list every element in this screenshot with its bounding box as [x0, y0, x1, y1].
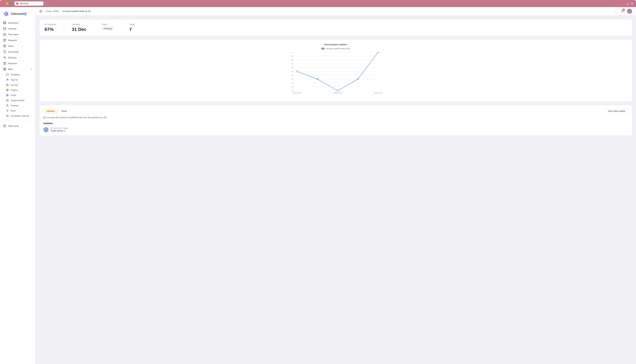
apps-icon: [39, 10, 42, 13]
sidebar-item-ideas[interactable]: Ideas: [0, 108, 35, 113]
svg-text:2.2: 2.2: [291, 67, 294, 68]
sidebar-item-projects[interactable]: Projects: [0, 88, 35, 92]
dashboard-icon: [3, 22, 6, 24]
status-label: Status: [102, 23, 114, 26]
address-bar[interactable]: TalentoHQ: [15, 2, 44, 6]
breadcrumb-sep-2: >: [60, 10, 61, 12]
svg-rect-48: [41, 10, 42, 11]
sidebar-item-admin[interactable]: Admin area: [0, 123, 35, 129]
due-date-label: Due date: [72, 23, 86, 26]
sidebar-item-calendar[interactable]: Calendar: [0, 26, 35, 32]
svg-rect-2: [5, 22, 6, 23]
update-meta: 02 Oct 09:15 · Sarah: [50, 127, 68, 130]
sidebar-item-time-report[interactable]: Time report: [0, 32, 35, 37]
tab-updates[interactable]: Updates: [43, 108, 58, 114]
sidebar-item-news[interactable]: News: [0, 43, 35, 49]
chart-container: 1.0 1.2 1.4 1.6 1.8 2.0 2.2 2.4 2.6 2.8 …: [43, 52, 628, 98]
logo-icon: [3, 11, 9, 17]
stat-due-date: Due date 31 Dec: [72, 23, 86, 32]
new-status-update-button[interactable]: New status update: [605, 108, 628, 114]
stat-divider-3: [121, 23, 122, 32]
tabs-row: Updates Tasks New status update: [43, 108, 628, 114]
completed-value: 67%: [45, 27, 56, 32]
user-avatar[interactable]: [627, 9, 632, 14]
sidebar-item-dashboard[interactable]: Dashboard: [0, 20, 35, 26]
svg-text:1.6: 1.6: [291, 78, 294, 80]
goals-icon: [6, 94, 9, 96]
trash-icon: 🗑: [631, 2, 633, 5]
svg-text:1.2: 1.2: [291, 86, 294, 88]
news-label: News: [8, 45, 13, 47]
requests-icon: [3, 39, 6, 42]
target-value: 7: [129, 27, 135, 32]
svg-text:1.4: 1.4: [291, 82, 294, 84]
svg-rect-5: [4, 28, 6, 30]
sidebar-item-expenses[interactable]: Expenses: [0, 60, 35, 66]
sidebar-item-support-tickets[interactable]: Support tickets: [0, 98, 35, 103]
training-icon: [6, 104, 9, 107]
chart-point-1: [296, 70, 298, 72]
calendar-icon: [3, 27, 6, 30]
chart-card: Goal progress updates Increase qualified…: [39, 39, 632, 102]
breadcrumb-goals-okrs[interactable]: Goals / OKRs: [46, 10, 59, 12]
favicon: [16, 2, 18, 5]
sidebar-item-training[interactable]: Training: [0, 103, 35, 108]
training-label: Training: [11, 104, 18, 107]
stat-target: Target 7: [129, 23, 135, 32]
sidebar-item-high5s[interactable]: High 5s: [0, 77, 35, 82]
legend-label: Increase qualified leads by 3%: [326, 48, 350, 50]
svg-rect-27: [4, 69, 5, 70]
more-label: More: [8, 68, 13, 70]
sidebar-item-directory[interactable]: Directory: [0, 55, 35, 60]
sidebar-item-requests[interactable]: Requests: [0, 37, 35, 43]
svg-rect-37: [7, 99, 8, 101]
goal-description: Q4. Increase the amount of qualified lea…: [43, 116, 628, 119]
chart-point-2: [317, 78, 318, 80]
window-actions: ☁ 🗑: [626, 2, 633, 5]
traffic-lights: [3, 2, 12, 5]
svg-rect-9: [4, 34, 6, 36]
minimize-button[interactable]: [6, 2, 8, 5]
svg-rect-28: [5, 69, 6, 70]
ideas-label: Ideas: [11, 110, 16, 112]
sidebar-item-documents[interactable]: Documents: [0, 49, 35, 55]
notification-button[interactable]: 7: [621, 9, 624, 13]
expenses-icon: [3, 62, 6, 65]
target-label: Target: [129, 23, 135, 26]
more-icon: [3, 68, 6, 70]
chart-legend: Increase qualified leads by 3%: [43, 48, 628, 50]
svg-rect-26: [5, 68, 6, 69]
sidebar-item-surveys[interactable]: Surveys: [0, 82, 35, 88]
chart-svg: 1.0 1.2 1.4 1.6 1.8 2.0 2.2 2.4 2.6 2.8 …: [43, 52, 628, 97]
admin-label: Admin area: [8, 125, 19, 127]
stat-completed: % Completed 67%: [45, 23, 56, 32]
svg-rect-49: [40, 12, 41, 12]
sidebar-logo: TalentoHQ: [0, 10, 35, 20]
svg-rect-30: [8, 84, 8, 86]
high5s-icon: [6, 78, 9, 81]
logo-talento: Talento: [11, 12, 22, 16]
expenses-label: Expenses: [8, 62, 17, 65]
chevron-down-icon: ▾: [31, 68, 32, 70]
projects-label: Projects: [11, 89, 18, 91]
complaints-label: Complaints channel: [11, 115, 29, 117]
sidebar-item-complaints[interactable]: Complaints channel: [0, 113, 35, 118]
status-badge: Planning: [102, 27, 114, 30]
directory-label: Directory: [8, 56, 17, 59]
stat-status: Status Planning: [102, 23, 114, 32]
sidebar-item-more[interactable]: More ▾: [0, 66, 35, 72]
svg-text:2.0: 2.0: [291, 70, 294, 72]
svg-rect-4: [5, 23, 6, 24]
tab-tasks[interactable]: Tasks: [58, 108, 70, 114]
news-icon: [3, 44, 6, 48]
more-options-icon: ⋯: [614, 10, 617, 12]
info-button[interactable]: ⋯: [613, 9, 618, 14]
clock-icon: [3, 33, 6, 36]
support-icon: [6, 99, 9, 102]
due-date-value: 31 Dec: [72, 27, 86, 32]
sidebar-item-goals[interactable]: Goals: [0, 92, 35, 98]
fullscreen-button[interactable]: [10, 2, 12, 5]
new-tab-button[interactable]: +: [45, 2, 47, 5]
sidebar-item-feedback[interactable]: Feedback: [0, 72, 35, 77]
close-button[interactable]: [3, 2, 5, 5]
